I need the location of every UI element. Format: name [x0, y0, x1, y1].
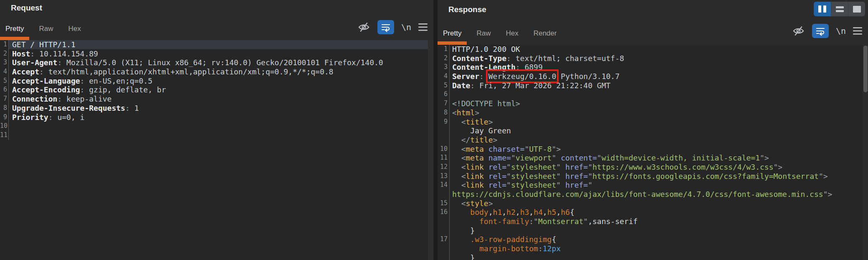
code-segment — [484, 163, 488, 171]
newline-markers-icon[interactable]: \n — [836, 26, 846, 36]
code-segment: https://fonts.googleapis.com/css?family=… — [592, 172, 819, 181]
code-segment: "> — [823, 190, 833, 199]
request-toolbar: \n — [357, 20, 428, 34]
hide-nonprintable-icon[interactable] — [357, 21, 370, 33]
code-segment: Server — [452, 72, 479, 81]
hide-nonprintable-icon[interactable] — [792, 25, 805, 37]
response-panel-title: Response — [448, 5, 486, 14]
code-segment: viewport — [516, 153, 552, 162]
code-segment: font-family — [479, 217, 529, 226]
code-text: Host: 10.114.154.89 — [9, 49, 433, 59]
response-scrollbar-thumb[interactable] — [863, 46, 868, 92]
code-text — [9, 131, 433, 140]
line-number: 2 — [0, 49, 9, 59]
code-segment: < — [452, 172, 466, 181]
code-segment — [484, 172, 488, 181]
response-panel-header: Response PrettyRawHexRender — [438, 0, 868, 45]
code-line: 12 <link rel="stylesheet" href="https://… — [438, 163, 868, 172]
word-wrap-icon[interactable] — [812, 24, 829, 38]
code-text: Accept-Encoding: gzip, deflate, br — [9, 85, 433, 94]
code-segment — [484, 153, 488, 162]
request-scrollbar[interactable] — [428, 40, 433, 260]
line-number: 15 — [438, 199, 450, 208]
code-segment: stylesheet — [511, 172, 556, 181]
code-segment: body — [470, 208, 488, 217]
code-segment: Priority — [12, 113, 48, 122]
line-number: 10 — [0, 122, 9, 131]
panel-splitter[interactable] — [433, 0, 438, 260]
split-columns-button[interactable] — [814, 2, 831, 16]
tab-pretty[interactable]: Pretty — [438, 25, 467, 45]
code-line: } — [438, 226, 868, 235]
code-segment: html — [457, 108, 475, 117]
line-number: 13 — [438, 172, 450, 181]
code-text: <link rel="stylesheet" href="https://www… — [450, 163, 868, 172]
code-segment: rel= — [488, 172, 506, 181]
code-segment: : — [470, 81, 479, 90]
code-line: 6 — [438, 90, 868, 99]
code-segment: </ — [452, 135, 470, 144]
code-segment: : — [57, 94, 66, 103]
tab-render[interactable]: Render — [528, 25, 562, 45]
code-segment: : — [57, 58, 66, 67]
editor-menu-icon[interactable] — [853, 27, 863, 35]
code-segment: { — [552, 235, 556, 244]
code-text: margin-bottom:12px — [450, 244, 868, 253]
request-editor[interactable]: 1GET / HTTP/1.12Host: 10.114.154.893User… — [0, 40, 433, 260]
line-number: 17 — [438, 235, 450, 244]
line-number: 9 — [438, 117, 450, 127]
line-number — [438, 126, 450, 135]
request-panel-header: Request PrettyRawHex \n — [0, 0, 433, 40]
code-segment: "> — [552, 145, 561, 153]
tab-hex[interactable]: Hex — [500, 25, 524, 45]
code-segment: 6899 — [524, 63, 542, 71]
code-segment: 12px — [543, 244, 561, 253]
single-pane-button[interactable] — [848, 2, 865, 16]
tab-hex[interactable]: Hex — [63, 21, 86, 40]
code-text: Connection: keep-alive — [9, 94, 433, 104]
line-number: 6 — [0, 85, 9, 94]
line-number: 3 — [438, 63, 450, 72]
tab-raw[interactable]: Raw — [33, 21, 58, 40]
response-editor[interactable]: 1HTTP/1.0 200 OK2Content-Type: text/html… — [438, 45, 868, 260]
tab-pretty[interactable]: Pretty — [0, 21, 29, 40]
line-number: 1 — [438, 45, 450, 54]
code-segment: link — [466, 163, 484, 171]
code-segment: , — [516, 208, 520, 217]
code-line: 14 <link rel="stylesheet" href=" — [438, 181, 868, 190]
code-segment: { — [570, 208, 574, 217]
line-number: 8 — [0, 104, 9, 113]
code-segment: : — [125, 104, 134, 112]
code-segment: " — [588, 181, 592, 189]
code-segment: Jay Green — [452, 126, 511, 135]
word-wrap-icon[interactable] — [377, 20, 394, 34]
request-panel-title: Request — [11, 3, 42, 13]
split-rows-button[interactable] — [831, 2, 848, 16]
code-text: <meta name="viewport" content="width=dev… — [450, 153, 868, 163]
code-text: HTTP/1.0 200 OK — [450, 45, 868, 54]
code-text: } — [450, 226, 868, 235]
line-number: 8 — [438, 108, 450, 117]
newline-markers-icon[interactable]: \n — [401, 22, 411, 32]
code-text: body,h1,h2,h3,h4,h5,h6{ — [450, 208, 868, 217]
code-line: Jay Green — [438, 126, 868, 135]
editor-menu-icon[interactable] — [418, 23, 428, 31]
code-segment: style — [466, 199, 488, 208]
code-segment: " — [506, 181, 511, 189]
code-segment: " — [511, 153, 516, 162]
line-number: 3 — [0, 58, 9, 67]
code-text — [9, 122, 433, 131]
code-segment: > — [488, 117, 493, 126]
code-segment: , — [502, 208, 506, 217]
code-text: Accept: text/html,application/xhtml+xml,… — [9, 67, 433, 76]
code-segment: } — [452, 253, 475, 260]
code-segment — [452, 244, 479, 253]
response-scrollbar[interactable] — [863, 45, 868, 260]
code-segment: > — [475, 108, 479, 117]
code-line: 1HTTP/1.0 200 OK — [438, 45, 868, 54]
tab-raw[interactable]: Raw — [471, 25, 496, 45]
code-segment: "> — [760, 153, 769, 162]
code-segment: meta — [466, 145, 484, 153]
code-segment: href= — [565, 163, 588, 171]
line-number: 4 — [0, 67, 9, 76]
